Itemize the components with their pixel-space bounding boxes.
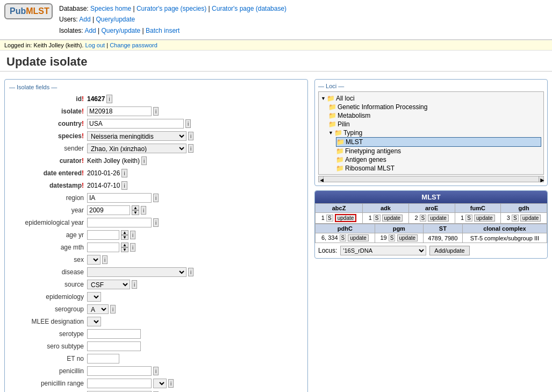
update-btn-pdhc[interactable]: update xyxy=(348,234,369,241)
year-info-btn[interactable]: i xyxy=(141,206,146,215)
disease-select[interactable] xyxy=(87,267,187,277)
isolates-query-link[interactable]: Query/update xyxy=(102,27,141,34)
year-down-btn[interactable]: ▼ xyxy=(132,210,139,215)
tree-item-allloci[interactable]: ▼ 📁 All loci xyxy=(321,94,541,103)
datestamp-info-btn[interactable]: i xyxy=(121,181,127,190)
species-home-link[interactable]: Species home xyxy=(90,5,131,12)
serotype-input[interactable] xyxy=(87,329,141,339)
epidemiology-select[interactable] xyxy=(87,292,101,302)
age-yr-input[interactable] xyxy=(87,230,119,240)
value-penicillin-range: i xyxy=(87,379,174,388)
tree-item-ribosomal[interactable]: 📁 Ribosomal MLST xyxy=(336,164,541,173)
penicillin-range-select[interactable] xyxy=(153,379,167,388)
isolate-input[interactable] xyxy=(87,106,152,116)
tree-item-metabolism[interactable]: 📁 Metabolism xyxy=(328,111,541,120)
loci-tree[interactable]: ▼ 📁 All loci 📁 Genetic Information Proce… xyxy=(318,91,544,175)
mlee-select[interactable] xyxy=(87,317,101,326)
logout-link[interactable]: Log out xyxy=(85,42,105,48)
penicillin-info-btn[interactable]: i xyxy=(153,367,159,375)
mlst-table: abcZ adk aroE fumC gdh 1 S update xyxy=(315,203,547,224)
age-yr-down-btn[interactable]: ▼ xyxy=(121,235,128,240)
update-btn-aroe[interactable]: update xyxy=(428,215,449,222)
update-btn-abcz[interactable]: update xyxy=(335,214,357,222)
country-info-btn[interactable]: i xyxy=(185,119,191,128)
species-select[interactable]: Neisseria meningitidis xyxy=(87,131,187,141)
field-row-sender: sender Zhao, Xin (xinzhao) i xyxy=(9,143,303,154)
locus-row: Locus: '16S_rDNA Add/update xyxy=(315,243,547,258)
region-info-btn[interactable]: i xyxy=(153,194,159,202)
source-info-btn[interactable]: i xyxy=(132,280,137,289)
update-btn-gdh[interactable]: update xyxy=(520,215,541,222)
species-info-btn[interactable]: i xyxy=(188,132,193,140)
field-row-sex: sex M F i xyxy=(9,254,303,265)
update-btn-adk[interactable]: update xyxy=(382,215,403,222)
logo: PubMLST xyxy=(4,3,53,19)
penicillin-input[interactable] xyxy=(87,366,152,376)
users-add-link[interactable]: Add xyxy=(79,16,90,23)
disease-info-btn[interactable]: i xyxy=(188,268,193,276)
et-no-input[interactable] xyxy=(87,354,119,364)
year-input[interactable] xyxy=(87,205,130,215)
update-btn-fumc[interactable]: update xyxy=(474,215,495,222)
tree-item-pilin[interactable]: 📁 Pilin xyxy=(328,120,541,129)
loci-hscroll-left[interactable]: ◄ xyxy=(318,176,324,182)
serogroup-select[interactable]: A xyxy=(87,304,109,314)
age-yr-up-btn[interactable]: ▲ xyxy=(121,230,128,235)
id-info-btn[interactable]: i xyxy=(106,95,112,103)
curators-species-link[interactable]: Curator's page (species) xyxy=(137,5,206,12)
sero-subtype-input[interactable] xyxy=(87,341,141,351)
sender-info-btn[interactable]: i xyxy=(188,144,193,153)
loci-hscroll-right[interactable]: ► xyxy=(539,176,544,182)
value-country: i xyxy=(87,119,191,129)
tree-item-typing[interactable]: ▼ 📁 Typing xyxy=(328,129,541,137)
curators-database-link[interactable]: Curator's page (database) xyxy=(212,5,286,12)
field-row-epi-year: epidemiological year i xyxy=(9,217,303,228)
epi-year-input[interactable] xyxy=(87,218,152,227)
curator-info-btn[interactable]: i xyxy=(141,156,147,165)
locus-select[interactable]: '16S_rDNA xyxy=(340,246,426,255)
loci-hscroll-track[interactable] xyxy=(324,176,539,182)
value-sero-subtype xyxy=(87,341,141,351)
year-up-btn[interactable]: ▲ xyxy=(132,205,139,210)
date-entered-info-btn[interactable]: i xyxy=(121,169,127,177)
country-input[interactable] xyxy=(87,119,184,129)
sender-select[interactable]: Zhao, Xin (xinzhao) xyxy=(87,144,187,153)
age-mth-info-btn[interactable]: i xyxy=(130,243,135,252)
tree-label-typing: Typing xyxy=(343,129,362,137)
add-update-btn[interactable]: Add/update xyxy=(429,246,469,255)
region-input[interactable] xyxy=(87,193,152,203)
tree-item-antigen[interactable]: 📁 Antigen genes xyxy=(336,155,541,164)
label-year: year xyxy=(9,206,87,214)
sex-info-btn[interactable]: i xyxy=(102,255,107,264)
nav-links: Database: Species home | Curator's page … xyxy=(59,3,286,36)
age-mth-up-btn[interactable]: ▲ xyxy=(121,243,128,247)
sex-select[interactable]: M F xyxy=(87,255,101,265)
isolates-add-link[interactable]: Add xyxy=(84,27,96,34)
penicillin-range-info-btn[interactable]: i xyxy=(168,379,174,388)
tree-item-finetyping[interactable]: 📁 Finetyping antigens xyxy=(336,147,541,155)
users-query-link[interactable]: Query/update xyxy=(96,16,135,23)
value-epi-year: i xyxy=(87,218,159,227)
epi-year-info-btn[interactable]: i xyxy=(153,218,159,227)
serogroup-info-btn[interactable]: i xyxy=(110,305,116,313)
st-value: 4789, 7980 xyxy=(428,235,457,241)
logo-mlst: MLST xyxy=(26,6,49,16)
isolate-info-btn[interactable]: i xyxy=(153,107,159,116)
right-panel: ― Loci ― ▼ 📁 All loci 📁 Genetic Informat… xyxy=(314,79,548,392)
label-country: country xyxy=(9,120,87,127)
age-mth-down-btn[interactable]: ▼ xyxy=(121,247,128,252)
source-select[interactable]: CSF xyxy=(87,280,130,289)
field-row-epidemiology: epidemiology xyxy=(9,291,303,302)
tree-item-genetic[interactable]: 📁 Genetic Information Processing xyxy=(328,103,541,111)
penicillin-range-input[interactable] xyxy=(87,379,152,388)
tree-item-mlst[interactable]: 📁 MLST xyxy=(336,137,541,147)
folder-icon-finetyping: 📁 xyxy=(336,147,344,155)
age-mth-input[interactable] xyxy=(87,243,119,252)
change-password-link[interactable]: Change password xyxy=(110,42,157,48)
mlst-table2: pdhC pgm ST clonal complex 6, 334 S upda… xyxy=(315,224,547,243)
update-btn-pgm[interactable]: update xyxy=(397,234,418,241)
age-yr-info-btn[interactable]: i xyxy=(130,231,135,239)
isolates-batch-link[interactable]: Batch insert xyxy=(146,27,180,34)
tree-label-mlst: MLST xyxy=(346,138,363,146)
mlst-cell-st: 4789, 7980 xyxy=(423,233,462,243)
